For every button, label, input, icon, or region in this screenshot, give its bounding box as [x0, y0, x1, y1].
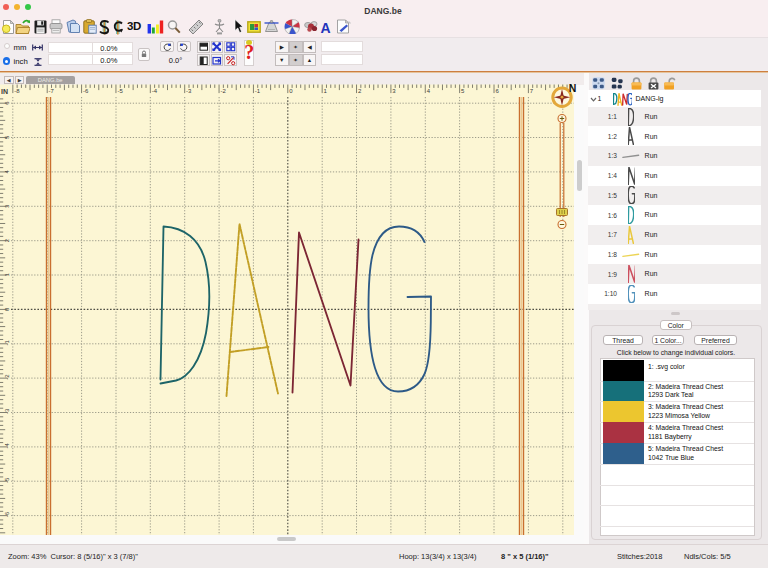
svg-text:-4: -4: [4, 443, 10, 449]
svg-text:-7: -7: [49, 88, 55, 94]
svg-text:-3: -3: [186, 88, 192, 94]
svg-text:-5: -5: [4, 477, 10, 483]
svg-text:IN: IN: [1, 88, 8, 95]
svg-text:-4: -4: [152, 88, 158, 94]
svg-text:-6: -6: [83, 88, 89, 94]
svg-text:-6: -6: [4, 511, 10, 517]
svg-text:-8: -8: [14, 88, 20, 94]
svg-text:-1: -1: [4, 339, 10, 345]
svg-text:-3: -3: [4, 408, 10, 414]
svg-text:N: N: [569, 82, 577, 94]
svg-text:-2: -2: [221, 88, 227, 94]
svg-text:-1: -1: [255, 88, 261, 94]
svg-text:-2: -2: [4, 374, 10, 380]
svg-text:-5: -5: [117, 88, 123, 94]
